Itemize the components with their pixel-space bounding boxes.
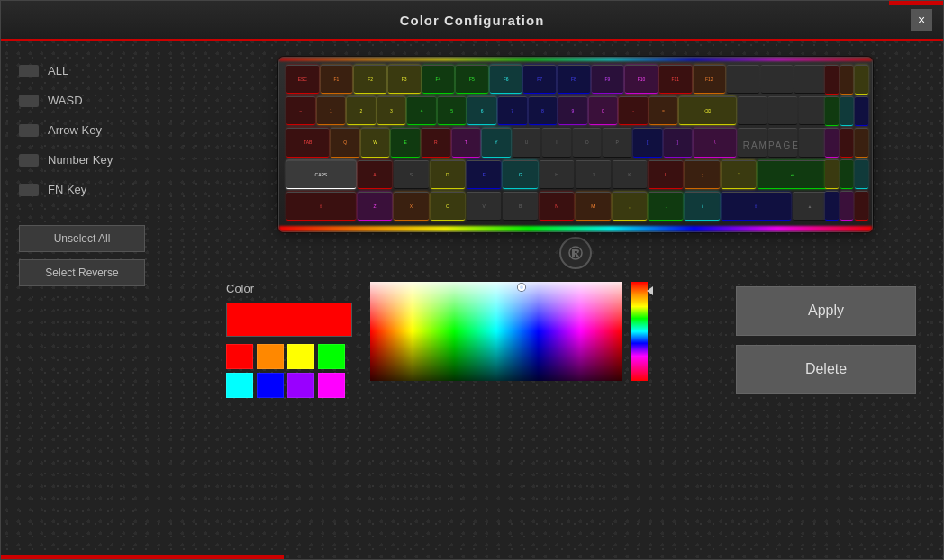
np-11[interactable]	[840, 159, 854, 189]
key-f1[interactable]: F1	[321, 65, 353, 94]
np-5[interactable]	[840, 96, 854, 126]
key-l[interactable]: L	[649, 160, 683, 189]
key-q[interactable]: Q	[331, 128, 359, 157]
key-backslash[interactable]: \	[694, 128, 736, 157]
key-f12[interactable]: F12	[694, 65, 726, 94]
key-c[interactable]: C	[431, 192, 465, 221]
sidebar-item-fn[interactable]: FN Key	[10, 177, 199, 202]
key-f3[interactable]: F3	[388, 65, 421, 94]
key-g[interactable]: G	[503, 160, 537, 189]
key-y[interactable]: Y	[482, 128, 511, 157]
key-home[interactable]	[768, 96, 797, 125]
key-comma[interactable]: ,	[613, 192, 647, 221]
key-f7[interactable]: F7	[523, 65, 556, 94]
key-enter[interactable]: ↵	[758, 160, 827, 189]
swatch-red[interactable]	[226, 344, 253, 369]
key-9[interactable]: 9	[558, 96, 587, 125]
np-9[interactable]	[855, 128, 868, 158]
key-t[interactable]: T	[452, 128, 481, 157]
np-4[interactable]	[825, 96, 839, 126]
key-up[interactable]: ▲	[793, 192, 827, 221]
key-p[interactable]: P	[603, 128, 631, 157]
key-s[interactable]: S	[394, 160, 428, 189]
key-ins[interactable]	[738, 96, 767, 125]
swatch-purple[interactable]	[287, 373, 314, 398]
key-lshift[interactable]: ⇧	[286, 192, 356, 221]
key-equals[interactable]: =	[649, 96, 678, 125]
swatch-green[interactable]	[318, 344, 345, 369]
sidebar-item-all[interactable]: ALL	[10, 59, 199, 83]
delete-button[interactable]: Delete	[736, 345, 916, 394]
color-gradient-picker[interactable]	[370, 282, 626, 381]
np-12[interactable]	[855, 159, 868, 189]
key-slash[interactable]: /	[685, 192, 719, 221]
key-rshift[interactable]: ⇧	[722, 192, 791, 221]
key-j[interactable]: J	[576, 160, 610, 189]
key-8[interactable]: 8	[529, 96, 558, 125]
toggle-all[interactable]	[19, 65, 39, 77]
key-m[interactable]: M	[576, 192, 610, 221]
key-6[interactable]: 6	[467, 96, 496, 125]
sidebar-item-wasd[interactable]: WASD	[10, 88, 199, 113]
key-5[interactable]: 5	[438, 96, 467, 125]
np-2[interactable]	[840, 65, 854, 95]
np-6[interactable]	[855, 96, 868, 126]
swatch-magenta[interactable]	[318, 373, 345, 398]
key-f8[interactable]: F8	[558, 65, 590, 94]
key-4[interactable]: 4	[407, 96, 436, 125]
select-reverse-button[interactable]: Select Reverse	[19, 259, 145, 286]
key-f10[interactable]: F10	[625, 65, 658, 94]
key-w[interactable]: W	[361, 128, 390, 157]
key-u[interactable]: U	[513, 128, 541, 157]
key-n[interactable]: N	[540, 192, 574, 221]
key-tilde[interactable]: ~	[286, 96, 315, 125]
hue-slider[interactable]	[631, 282, 648, 381]
key-pgdn[interactable]	[799, 128, 828, 157]
key-end[interactable]	[768, 128, 797, 157]
np-7[interactable]	[825, 128, 839, 158]
np-8[interactable]	[840, 128, 854, 158]
key-f6[interactable]: F6	[490, 65, 522, 94]
sidebar-item-number[interactable]: Number Key	[10, 148, 199, 172]
toggle-wasd[interactable]	[19, 95, 39, 107]
unselect-all-button[interactable]: Unselect All	[19, 225, 145, 252]
key-pgup[interactable]	[799, 96, 828, 125]
swatch-orange[interactable]	[257, 344, 284, 369]
key-e[interactable]: E	[391, 128, 420, 157]
toggle-arrow[interactable]	[19, 124, 39, 137]
key-del[interactable]	[738, 128, 767, 157]
key-x[interactable]: X	[394, 192, 428, 221]
sidebar-item-arrow[interactable]: Arrow Key	[10, 118, 199, 142]
key-3[interactable]: 3	[377, 96, 406, 125]
key-7[interactable]: 7	[498, 96, 527, 125]
key-pause[interactable]	[794, 65, 827, 94]
key-semicolon[interactable]: ;	[685, 160, 719, 189]
np-13[interactable]	[825, 191, 839, 221]
key-minus[interactable]: -	[619, 96, 648, 125]
key-f4[interactable]: F4	[422, 65, 455, 94]
key-f2[interactable]: F2	[354, 65, 386, 94]
key-scrlk[interactable]	[761, 65, 794, 94]
np-15[interactable]	[855, 191, 868, 221]
swatch-yellow[interactable]	[287, 344, 314, 369]
key-rbracket[interactable]: ]	[664, 128, 693, 157]
key-tab[interactable]: TAB	[286, 128, 329, 157]
key-lbracket[interactable]: [	[633, 128, 662, 157]
key-esc[interactable]: ESC	[286, 65, 319, 94]
swatch-blue[interactable]	[257, 373, 284, 398]
np-3[interactable]	[855, 65, 868, 95]
key-f[interactable]: F	[467, 160, 501, 189]
key-v[interactable]: V	[467, 192, 501, 221]
key-capslock[interactable]: CAPS	[286, 160, 356, 189]
key-f11[interactable]: F11	[659, 65, 692, 94]
key-k[interactable]: K	[613, 160, 647, 189]
toggle-fn[interactable]	[19, 184, 39, 196]
key-i[interactable]: I	[542, 128, 571, 157]
picker-canvas[interactable]	[370, 282, 622, 381]
selected-color-display[interactable]	[226, 303, 352, 337]
key-0[interactable]: 0	[589, 96, 618, 125]
key-d[interactable]: D	[431, 160, 465, 189]
apply-button[interactable]: Apply	[736, 286, 916, 336]
key-prtsc[interactable]	[727, 65, 759, 94]
key-h[interactable]: H	[540, 160, 574, 189]
